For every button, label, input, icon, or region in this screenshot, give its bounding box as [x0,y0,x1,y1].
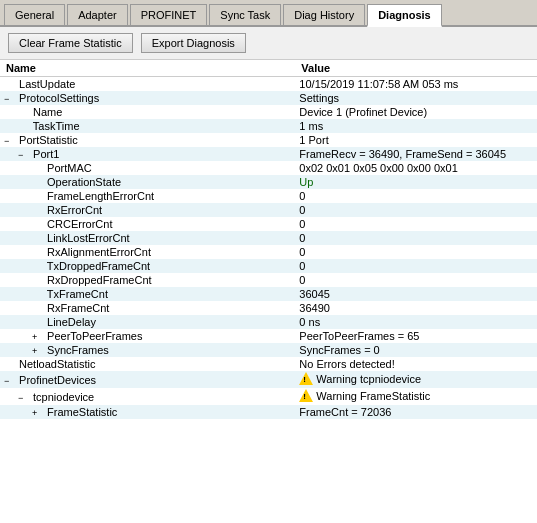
row-name-text: OperationState [47,176,121,188]
value-text: PeerToPeerFrames = 65 [299,330,419,342]
table-row: LastUpdate10/15/2019 11:07:58 AM 053 ms [0,77,537,92]
row-name-text: ProfinetDevices [19,374,96,386]
row-name-text: PortStatistic [19,134,78,146]
tab-diag-history[interactable]: Diag History [283,4,365,25]
row-name-text: RxDroppedFrameCnt [47,274,152,286]
row-name-cell: OperationState [0,175,295,189]
table-row: TaskTime1 ms [0,119,537,133]
warning-text: Warning tcpniodevice [316,373,421,385]
table-row: LineDelay0 ns [0,315,537,329]
value-text: 1 Port [299,134,328,146]
row-value-cell: FrameCnt = 72036 [295,405,537,419]
row-name-text: FrameStatistic [47,406,117,418]
table-row: CRCErrorCnt0 [0,217,537,231]
value-text: No Errors detected! [299,358,394,370]
tab-general[interactable]: General [4,4,65,25]
row-value-cell: Up [295,175,537,189]
row-name-text: Name [33,106,62,118]
warning-wrap: Warning tcpniodevice [299,372,421,385]
row-name-cell: PortMAC [0,161,295,175]
row-name-cell: LastUpdate [0,77,295,92]
value-text: 36490 [299,302,330,314]
content-area: Name Value LastUpdate10/15/2019 11:07:58… [0,60,537,523]
value-text: 0 [299,274,305,286]
value-text: 1 ms [299,120,323,132]
row-name-cell: RxFrameCnt [0,301,295,315]
row-name-cell: + FrameStatistic [0,405,295,419]
row-value-cell: 1 Port [295,133,537,147]
table-row: RxErrorCnt0 [0,203,537,217]
table-row: − ProfinetDevicesWarning tcpniodevice [0,371,537,388]
expand-icon[interactable]: − [18,393,30,403]
row-value-cell: 0 [295,245,537,259]
row-name-text: TxFrameCnt [47,288,108,300]
tab-adapter[interactable]: Adapter [67,4,128,25]
row-value-cell: Warning tcpniodevice [295,371,537,388]
row-value-cell: PeerToPeerFrames = 65 [295,329,537,343]
expand-icon[interactable]: − [4,94,16,104]
expand-icon[interactable]: + [32,346,44,356]
row-name-text: LastUpdate [19,78,75,90]
expand-icon[interactable]: − [18,150,30,160]
value-text: 0x02 0x01 0x05 0x00 0x00 0x01 [299,162,457,174]
expand-icon[interactable]: + [32,332,44,342]
row-name-text: RxAlignmentErrorCnt [47,246,151,258]
row-name-cell: LinkLostErrorCnt [0,231,295,245]
tabs-bar: General Adapter PROFINET Sync Task Diag … [0,0,537,27]
row-name-cell: + SyncFrames [0,343,295,357]
row-value-cell: No Errors detected! [295,357,537,371]
row-name-cell: Name [0,105,295,119]
table-row: + FrameStatisticFrameCnt = 72036 [0,405,537,419]
row-value-cell: 36045 [295,287,537,301]
row-value-cell: 0 [295,273,537,287]
value-text: SyncFrames = 0 [299,344,379,356]
table-row: + PeerToPeerFramesPeerToPeerFrames = 65 [0,329,537,343]
row-name-cell: − ProtocolSettings [0,91,295,105]
row-name-text: LinkLostErrorCnt [47,232,130,244]
row-value-cell: Warning FrameStatistic [295,388,537,405]
warning-icon [299,389,313,402]
row-name-text: PortMAC [47,162,92,174]
row-name-cell: TxFrameCnt [0,287,295,301]
expand-icon[interactable]: − [4,376,16,386]
table-row: RxAlignmentErrorCnt0 [0,245,537,259]
table-row: − ProtocolSettingsSettings [0,91,537,105]
export-diagnosis-button[interactable]: Export Diagnosis [141,33,246,53]
diagnosis-table: Name Value LastUpdate10/15/2019 11:07:58… [0,60,537,419]
tab-profinet[interactable]: PROFINET [130,4,208,25]
row-name-text: CRCErrorCnt [47,218,112,230]
row-value-cell: FrameRecv = 36490, FrameSend = 36045 [295,147,537,161]
row-name-cell: LineDelay [0,315,295,329]
value-text: 0 [299,246,305,258]
row-name-text: TxDroppedFrameCnt [47,260,150,272]
row-name-cell: RxAlignmentErrorCnt [0,245,295,259]
row-name-text: NetloadStatistic [19,358,95,370]
row-name-cell: − ProfinetDevices [0,371,295,388]
row-name-text: SyncFrames [47,344,109,356]
expand-icon[interactable]: + [32,408,44,418]
table-row: FrameLengthErrorCnt0 [0,189,537,203]
table-row: NetloadStatisticNo Errors detected! [0,357,537,371]
value-text: 0 [299,260,305,272]
expand-icon[interactable]: − [4,136,16,146]
clear-frame-statistic-button[interactable]: Clear Frame Statistic [8,33,133,53]
value-text: 0 [299,218,305,230]
row-name-text: ProtocolSettings [19,92,99,104]
value-text: Device 1 (Profinet Device) [299,106,427,118]
row-value-cell: 1 ms [295,119,537,133]
row-value-cell: 0 [295,189,537,203]
table-row: RxFrameCnt36490 [0,301,537,315]
row-value-cell: Settings [295,91,537,105]
row-name-cell: CRCErrorCnt [0,217,295,231]
warning-wrap: Warning FrameStatistic [299,389,430,402]
value-text: 0 [299,190,305,202]
tab-diagnosis[interactable]: Diagnosis [367,4,442,27]
warning-text: Warning FrameStatistic [316,390,430,402]
tab-sync-task[interactable]: Sync Task [209,4,281,25]
row-value-cell: 10/15/2019 11:07:58 AM 053 ms [295,77,537,92]
table-row: − PortStatistic1 Port [0,133,537,147]
value-text: FrameRecv = 36490, FrameSend = 36045 [299,148,506,160]
table-row: RxDroppedFrameCnt0 [0,273,537,287]
row-value-cell: 0 [295,259,537,273]
row-name-cell: TxDroppedFrameCnt [0,259,295,273]
